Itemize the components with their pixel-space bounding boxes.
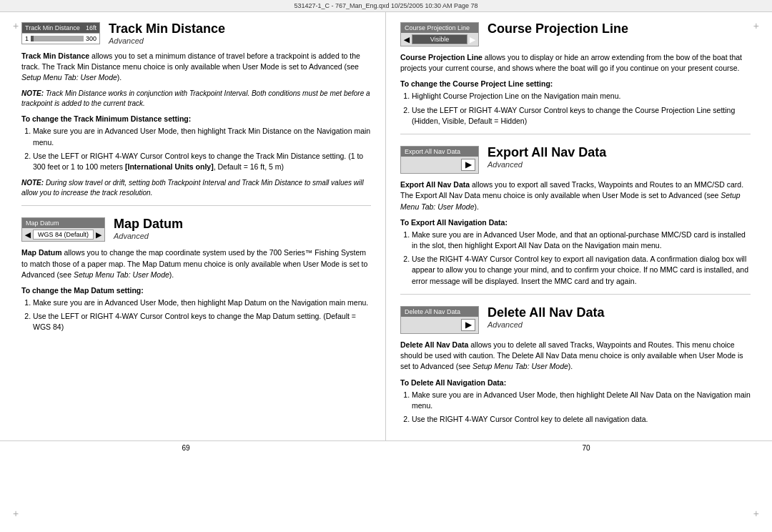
course-projection-step-1: Highlight Course Projection Line on the … [412, 91, 751, 102]
slider-bar [31, 36, 84, 41]
track-min-distance-header: Track Min Distance 16ft 1 300 Track Min … [21, 22, 371, 45]
course-projection-device: Course Projection Line ◀ Visible ▶ [400, 22, 479, 46]
course-projection-device-label: Course Projection Line [405, 24, 470, 31]
map-datum-device-top: Map Datum [22, 218, 104, 228]
export-nav-data-title-block: Export All Nav Data Advanced [488, 146, 751, 169]
map-datum-section: Map Datum ◀ WGS 84 (Default) ▶ Map Datum… [21, 217, 371, 332]
export-nav-data-body: Export All Nav Data allows you to export… [400, 179, 751, 212]
track-min-distance-device: Track Min Distance 16ft 1 300 [21, 22, 100, 44]
map-datum-left-arrow[interactable]: ◀ [25, 231, 31, 239]
delete-nav-data-device: Delete All Nav Data ▶ [400, 306, 479, 334]
track-min-distance-device-value: 16ft [86, 24, 96, 31]
track-min-distance-subtitle: Advanced [109, 36, 371, 45]
map-datum-title-block: Map Datum Advanced [114, 217, 371, 240]
reg-mark-br: + [753, 508, 759, 519]
course-projection-value: Visible [412, 34, 467, 44]
course-projection-body: Course Projection Line allows you to dis… [400, 52, 751, 74]
export-nav-data-label: Export All Nav Data [405, 148, 460, 155]
map-datum-subheading: To change the Map Datum setting: [21, 286, 371, 295]
track-min-distance-slider: 1 300 [22, 33, 99, 44]
course-projection-left-arrow[interactable]: ◀ [404, 36, 410, 44]
export-nav-data-subheading: To Export All Navigation Data: [400, 218, 751, 227]
export-nav-data-device: Export All Nav Data ▶ [400, 146, 479, 174]
map-datum-header: Map Datum ◀ WGS 84 (Default) ▶ Map Datum… [21, 217, 371, 242]
track-min-distance-note1: NOTE: Track Min Distance works in conjun… [21, 89, 371, 109]
export-nav-data-header: Export All Nav Data ▶ Export All Nav Dat… [400, 146, 751, 174]
right-divider-2 [400, 294, 751, 295]
track-min-distance-step-1: Make sure you are in Advanced User Mode,… [33, 126, 371, 147]
delete-nav-data-label: Delete All Nav Data [405, 308, 460, 315]
map-datum-value: WGS 84 (Default) [33, 230, 94, 240]
slider-max: 300 [86, 35, 96, 42]
map-datum-step-1: Make sure you are in Advanced User Mode,… [33, 297, 371, 308]
track-min-distance-device-top: Track Min Distance 16ft [22, 23, 99, 33]
course-projection-title-block: Course Projection Line [488, 22, 751, 36]
delete-nav-data-header: Delete All Nav Data ▶ Delete All Nav Dat… [400, 306, 751, 334]
course-projection-step-2: Use the LEFT or RIGHT 4-WAY Cursor Contr… [412, 105, 751, 127]
right-column: Course Projection Line ◀ Visible ▶ Cours… [386, 12, 772, 440]
track-min-distance-step-2: Use the LEFT or RIGHT 4-WAY Cursor Contr… [33, 151, 371, 172]
track-min-distance-title: Track Min Distance [109, 22, 371, 36]
track-min-distance-steps: Make sure you are in Advanced User Mode,… [21, 126, 371, 172]
map-datum-title: Map Datum [114, 217, 371, 232]
map-datum-subtitle: Advanced [114, 232, 371, 240]
course-projection-subheading: To change the Course Project Line settin… [400, 79, 751, 88]
track-min-distance-note2: NOTE: During slow travel or drift, setti… [21, 178, 371, 198]
map-datum-steps: Make sure you are in Advanced User Mode,… [21, 297, 371, 333]
export-nav-data-step-2: Use the RIGHT 4-WAY Cursor Control key t… [412, 254, 751, 287]
export-nav-data-step-1: Make sure you are in Advanced User Mode,… [412, 230, 751, 251]
slider-min: 1 [25, 35, 29, 42]
track-min-distance-device-label: Track Min Distance [25, 24, 80, 31]
course-projection-right-arrow[interactable]: ▶ [470, 36, 475, 44]
track-min-distance-body: Track Min Distance allows you to set a m… [21, 51, 371, 84]
export-nav-data-device-top: Export All Nav Data [401, 147, 478, 157]
course-projection-title: Course Projection Line [488, 22, 751, 36]
export-nav-data-title: Export All Nav Data [488, 146, 751, 160]
reg-mark-tl: + [13, 20, 19, 31]
delete-nav-data-steps: Make sure you are in Advanced User Mode,… [400, 390, 751, 425]
top-bar: 531427-1_C - 767_Man_Eng.qxd 10/25/2005 … [0, 0, 772, 12]
export-nav-data-subtitle: Advanced [488, 160, 751, 169]
delete-nav-data-section: Delete All Nav Data ▶ Delete All Nav Dat… [400, 306, 751, 425]
delete-nav-data-device-bottom: ▶ [401, 317, 478, 333]
page-footer: 69 70 [0, 440, 772, 455]
left-column: Track Min Distance 16ft 1 300 Track Min … [0, 12, 386, 440]
page-container: 531427-1_C - 767_Man_Eng.qxd 10/25/2005 … [0, 0, 772, 532]
course-projection-device-top: Course Projection Line [401, 23, 478, 33]
course-projection-device-bottom: ◀ Visible ▶ [401, 33, 478, 46]
delete-nav-data-device-top: Delete All Nav Data [401, 307, 478, 317]
map-datum-device: Map Datum ◀ WGS 84 (Default) ▶ [21, 217, 105, 242]
map-datum-device-bottom: ◀ WGS 84 (Default) ▶ [22, 228, 104, 241]
map-datum-device-label: Map Datum [26, 220, 59, 227]
delete-nav-data-body: Delete All Nav Data allows you to delete… [400, 340, 751, 373]
left-divider [21, 205, 371, 206]
right-divider-1 [400, 134, 751, 134]
map-datum-step-2: Use the LEFT or RIGHT 4-WAY Cursor Contr… [33, 311, 371, 332]
export-nav-data-section: Export All Nav Data ▶ Export All Nav Dat… [400, 146, 751, 287]
course-projection-steps: Highlight Course Projection Line on the … [400, 91, 751, 127]
top-bar-text: 531427-1_C - 767_Man_Eng.qxd 10/25/2005 … [294, 2, 477, 9]
delete-nav-data-title-block: Delete All Nav Data Advanced [488, 306, 751, 329]
export-nav-data-device-bottom: ▶ [401, 157, 478, 173]
delete-nav-data-subtitle: Advanced [488, 320, 751, 329]
course-projection-header: Course Projection Line ◀ Visible ▶ Cours… [400, 22, 751, 46]
reg-mark-bl: + [13, 508, 19, 519]
track-min-distance-title-block: Track Min Distance Advanced [109, 22, 371, 45]
reg-mark-tr: + [753, 20, 759, 31]
page-num-right: 70 [386, 444, 772, 452]
page-num-left: 69 [0, 444, 386, 452]
map-datum-right-arrow[interactable]: ▶ [96, 231, 102, 239]
export-nav-data-arrow[interactable]: ▶ [461, 159, 475, 171]
delete-nav-data-step-1: Make sure you are in Advanced User Mode,… [412, 390, 751, 411]
track-min-distance-subheading: To change the Track Minimum Distance set… [21, 114, 371, 123]
slider-fill [31, 36, 34, 41]
delete-nav-data-step-2: Use the RIGHT 4-WAY Cursor Control key t… [412, 414, 751, 425]
main-columns: Track Min Distance 16ft 1 300 Track Min … [0, 12, 772, 440]
delete-nav-data-arrow[interactable]: ▶ [461, 319, 475, 331]
export-nav-data-steps: Make sure you are in Advanced User Mode,… [400, 230, 751, 287]
delete-nav-data-subheading: To Delete All Navigation Data: [400, 378, 751, 387]
map-datum-body: Map Datum allows you to change the map c… [21, 247, 371, 280]
delete-nav-data-title: Delete All Nav Data [488, 306, 751, 320]
